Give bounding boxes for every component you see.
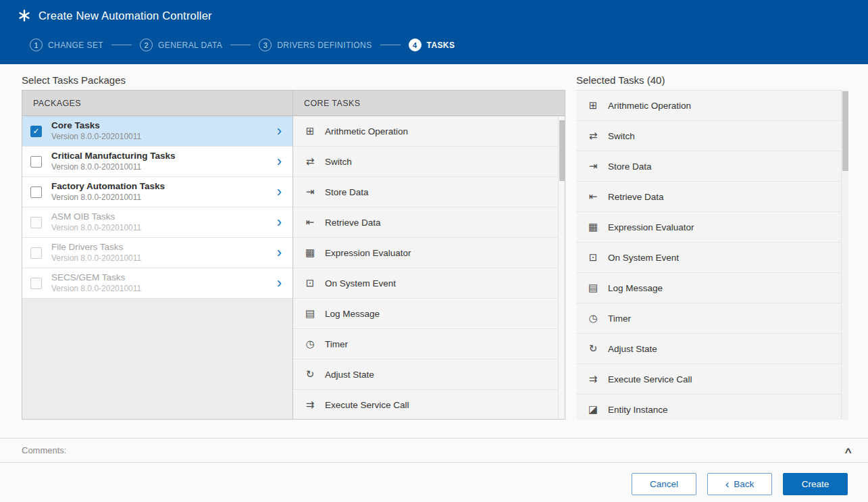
step-connector [380,45,401,45]
package-checkbox[interactable] [30,156,42,168]
adjust-state-icon: ↻ [304,368,316,380]
comments-label: Comments: [22,445,66,455]
task-label: Log Message [325,309,380,319]
package-version: Version 8.0.0-202010011 [51,284,141,295]
selected-tasks-panel: ⊞ Arithmetic Operation ⇄ Switch ⇥ Store … [576,90,848,420]
task-row[interactable]: ⊡ On System Event [576,243,841,273]
task-label: Retrieve Data [325,218,381,228]
package-row[interactable]: Critical Manufacturing Tasks Version 8.0… [22,147,292,177]
step-label: GENERAL DATA [158,41,222,50]
chevron-right-icon[interactable]: › [277,277,284,289]
selected-tasks-title: Selected Tasks (40) [576,74,665,86]
task-label: On System Event [608,253,679,263]
task-label: Store Data [325,187,369,197]
step-number: 3 [259,39,272,51]
task-row[interactable]: ▦ Expression Evaluator [293,238,558,268]
package-checkbox[interactable] [30,247,42,259]
tasks-packages-panel: PACKAGES ✓ Core Tasks Version 8.0.0-2020… [22,90,565,420]
package-row[interactable]: File Drivers Tasks Version 8.0.0-2020100… [22,238,292,268]
asterisk-icon [18,9,30,22]
switch-icon: ⇄ [304,155,316,168]
package-checkbox[interactable] [30,217,42,228]
package-row[interactable]: SECS/GEM Tasks Version 8.0.0-202010011 › [22,268,292,299]
chevron-up-icon[interactable]: ∧ [844,445,853,455]
task-row[interactable]: ◷ Timer [576,303,841,334]
task-row[interactable]: ⊞ Arithmetic Operation [293,116,558,147]
task-label: Switch [608,131,635,141]
task-label: Expression Evaluator [608,222,694,232]
task-row[interactable]: ⇤ Retrieve Data [576,182,841,212]
step-label: DRIVERS DEFINITIONS [277,41,372,50]
step-connector [230,45,251,45]
scrollbar-thumb[interactable] [842,91,848,171]
task-label: Switch [325,157,352,167]
package-name: Factory Automation Tasks [51,180,165,193]
task-row[interactable]: ⇥ Store Data [576,151,841,182]
step-number: 2 [140,39,153,51]
package-row[interactable]: Factory Automation Tasks Version 8.0.0-2… [22,177,292,207]
package-row[interactable]: ✓ Core Tasks Version 8.0.0-202010011 › [22,116,292,147]
chevron-right-icon[interactable]: › [277,186,284,198]
step-number: 4 [409,39,422,51]
scrollbar-thumb[interactable] [559,120,565,181]
task-label: Store Data [608,161,652,172]
chevron-right-icon[interactable]: › [277,125,284,137]
task-row[interactable]: ▤ Log Message [576,273,841,303]
core-tasks-list: ⊞ Arithmetic Operation ⇄ Switch ⇥ Store … [293,116,565,419]
retrieve-data-icon: ⇤ [587,191,599,203]
package-checkbox[interactable] [30,186,42,198]
core-tasks-scrollbar[interactable] [558,116,565,419]
step-connector [111,45,132,45]
step-label: CHANGE SET [48,41,103,50]
task-label: Adjust State [325,370,374,380]
task-row[interactable]: ↻ Adjust State [293,359,558,390]
chevron-right-icon[interactable]: › [277,155,284,168]
timer-icon: ◷ [587,312,599,324]
task-label: Entity Instance [608,405,668,415]
selected-tasks-scrollbar[interactable] [841,90,848,420]
back-button[interactable]: ‹ Back [707,473,772,495]
packages-list: ✓ Core Tasks Version 8.0.0-202010011 › C… [22,116,292,299]
task-row[interactable]: ▦ Expression Evaluator [576,212,841,243]
package-checkbox[interactable] [30,278,42,289]
wizard-step[interactable]: 1 CHANGE SET [30,39,103,51]
packages-column: PACKAGES ✓ Core Tasks Version 8.0.0-2020… [22,91,293,419]
wizard-step[interactable]: 3 DRIVERS DEFINITIONS [259,39,372,51]
execute-service-call-icon: ⇉ [587,373,599,385]
task-row[interactable]: ⇉ Execute Service Call [293,390,558,419]
footer-actions: Cancel ‹ Back Create [632,473,848,495]
on-system-event-icon: ⊡ [304,277,316,289]
wizard-step[interactable]: 2 GENERAL DATA [140,39,222,51]
task-row[interactable]: ⊡ On System Event [293,268,558,299]
package-row[interactable]: ASM OIB Tasks Version 8.0.0-202010011 › [22,207,292,238]
comments-section: Comments: ∧ [0,438,868,463]
task-row[interactable]: ⇉ Execute Service Call [576,364,841,395]
task-row[interactable]: ◷ Timer [293,329,558,359]
package-name: Core Tasks [51,120,141,132]
on-system-event-icon: ⊡ [587,251,599,263]
wizard-step[interactable]: 4 TASKS [409,39,455,51]
adjust-state-icon: ↻ [587,343,599,355]
create-button[interactable]: Create [783,473,848,495]
package-name: ASM OIB Tasks [51,211,141,223]
task-row[interactable]: ↻ Adjust State [576,334,841,364]
chevron-right-icon[interactable]: › [277,216,284,228]
log-message-icon: ▤ [304,307,316,320]
dialog-header: Create New Automation Controller 1 CHANG… [0,0,868,64]
packages-header: PACKAGES [22,91,292,116]
task-row[interactable]: ⇄ Switch [293,147,558,177]
task-row[interactable]: ⇥ Store Data [293,177,558,207]
task-row[interactable]: ⊞ Arithmetic Operation [576,91,841,121]
task-row[interactable]: ⇤ Retrieve Data [293,207,558,238]
task-label: Timer [608,313,631,324]
package-checkbox[interactable]: ✓ [30,126,42,137]
chevron-right-icon[interactable]: › [277,247,284,259]
task-row[interactable]: ◪ Entity Instance [576,395,841,420]
package-name: File Drivers Tasks [51,241,141,253]
package-name: Critical Manufacturing Tasks [51,150,176,162]
create-label: Create [802,479,829,489]
task-row[interactable]: ▤ Log Message [293,299,558,329]
step-label: TASKS [427,41,455,50]
task-row[interactable]: ⇄ Switch [576,121,841,151]
cancel-button[interactable]: Cancel [632,473,696,495]
